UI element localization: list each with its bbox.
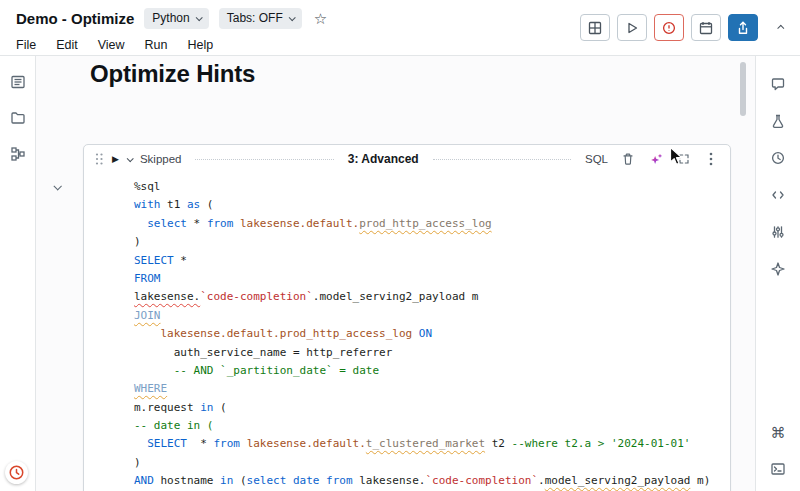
chevron-up-icon <box>777 25 784 32</box>
header-actions <box>580 0 800 55</box>
favorite-star-icon[interactable]: ☆ <box>314 11 327 26</box>
code-line[interactable]: ) <box>134 454 724 472</box>
experiments-flask-icon <box>769 112 787 130</box>
cell-language-badge[interactable]: SQL <box>585 153 608 165</box>
cell-toolbar: ▶ Skipped 3: Advanced SQL <box>84 145 730 173</box>
run-all-button[interactable] <box>617 14 647 41</box>
menu-run[interactable]: Run <box>145 38 168 52</box>
calendar-icon <box>697 19 715 37</box>
variables-panel-button[interactable] <box>766 183 790 207</box>
divider <box>433 159 571 160</box>
environment-panel-button[interactable] <box>766 220 790 244</box>
session-clock-badge[interactable] <box>5 461 28 484</box>
menu-edit[interactable]: Edit <box>56 38 78 52</box>
tabs-selector-label: Tabs: OFF <box>227 11 283 25</box>
code-line[interactable]: m.request in ( <box>134 399 724 417</box>
scrollbar-thumb[interactable] <box>740 62 746 116</box>
trash-icon <box>620 151 636 167</box>
code-line[interactable]: lakesense.default.prod_http_access_log O… <box>134 325 724 343</box>
contents-icon <box>9 73 27 91</box>
menu-bar: FileEditViewRunHelp <box>16 38 327 52</box>
code-editor[interactable]: %sqlwith t1 as ( select * from lakesense… <box>84 173 730 491</box>
code-line[interactable]: -- AND `_partition_date` = date <box>134 362 724 380</box>
comments-panel-button[interactable] <box>766 72 790 96</box>
version-history-icon <box>769 149 787 167</box>
language-selector[interactable]: Python <box>144 8 208 29</box>
variables-code-icon <box>769 186 787 204</box>
assistant-sparkle-icon <box>648 151 664 167</box>
code-line[interactable]: lakesense.`code-completion`.model_servin… <box>134 288 724 306</box>
run-cell-button[interactable]: ▶ <box>112 155 119 164</box>
app-window: Demo - Optimize Python Tabs: OFF ☆ FileE… <box>0 0 800 491</box>
code-line[interactable]: SELECT * <box>134 252 724 270</box>
cell-menu-button[interactable] <box>702 149 720 169</box>
menu-view[interactable]: View <box>98 38 125 52</box>
page-title: Optimize Hints <box>90 60 755 88</box>
chevron-down-icon <box>288 14 295 21</box>
shortcuts-command-icon: ⌘ <box>771 425 786 440</box>
mouse-cursor <box>669 146 684 167</box>
assistant-panel-button[interactable] <box>766 257 790 281</box>
delete-cell-button[interactable] <box>618 149 638 169</box>
menu-file[interactable]: File <box>16 38 36 52</box>
version-history-panel-button[interactable] <box>766 146 790 170</box>
code-line[interactable]: select * from lakesense.default.prod_htt… <box>134 215 724 233</box>
code-line[interactable]: %sql <box>134 178 724 196</box>
layout-grid-button[interactable] <box>580 14 610 41</box>
environment-sliders-icon <box>769 223 787 241</box>
drag-handle-icon[interactable] <box>94 152 104 166</box>
folder-icon <box>9 109 27 127</box>
clock-icon <box>8 464 25 481</box>
notebook-canvas: Optimize Hints ▶ <box>36 56 755 491</box>
language-selector-label: Python <box>152 11 189 25</box>
workflows-icon <box>9 145 27 163</box>
chevron-down-icon <box>53 182 61 190</box>
terminal-button[interactable] <box>766 457 790 481</box>
code-line[interactable]: WHERE <box>134 380 724 398</box>
cell-title[interactable]: 3: Advanced <box>348 152 419 166</box>
code-line[interactable]: ) <box>134 233 724 251</box>
code-line[interactable]: with t1 as ( <box>134 196 724 214</box>
workflows-panel-button[interactable] <box>6 142 30 166</box>
code-line[interactable]: -- date in ( <box>134 417 724 435</box>
schedule-button[interactable] <box>691 14 721 41</box>
assistant-button[interactable] <box>646 149 666 169</box>
code-line[interactable]: auth_service_name = http_referrer <box>134 344 724 362</box>
cell-collapse-button[interactable] <box>54 176 60 194</box>
code-line[interactable]: SELECT * from lakesense.default.t_cluste… <box>134 435 724 453</box>
code-line[interactable]: AND hostname in (select date from lakese… <box>134 472 724 490</box>
divider <box>195 159 333 160</box>
menu-help[interactable]: Help <box>188 38 214 52</box>
interrupt-button[interactable] <box>654 14 684 41</box>
chevron-down-icon <box>195 14 202 21</box>
layout-grid-icon <box>586 19 604 37</box>
notebook-title: Demo - Optimize <box>16 10 134 27</box>
shortcuts-button[interactable]: ⌘ <box>766 420 790 444</box>
notebook-scrollbar[interactable] <box>740 62 746 485</box>
tabs-selector[interactable]: Tabs: OFF <box>219 8 302 29</box>
interrupt-icon <box>660 19 678 37</box>
share-icon <box>734 19 752 37</box>
experiments-panel-button[interactable] <box>766 109 790 133</box>
folder-panel-button[interactable] <box>6 106 30 130</box>
contents-panel-button[interactable] <box>6 70 30 94</box>
top-bar: Demo - Optimize Python Tabs: OFF ☆ FileE… <box>0 0 800 56</box>
play-icon <box>623 19 641 37</box>
left-sidebar <box>0 56 36 491</box>
terminal-icon <box>769 460 787 478</box>
share-button[interactable] <box>728 14 758 41</box>
code-line[interactable]: FROM <box>134 270 724 288</box>
cell-row: ▶ Skipped 3: Advanced SQL <box>36 144 741 491</box>
collapse-header-button[interactable] <box>775 21 788 34</box>
comments-icon <box>769 75 787 93</box>
cell-status: Skipped <box>140 153 182 165</box>
kebab-menu-icon <box>704 151 718 167</box>
code-line[interactable]: JOIN <box>134 307 724 325</box>
assistant-spark-icon <box>769 260 787 278</box>
notebook-cell: ▶ Skipped 3: Advanced SQL <box>83 144 731 491</box>
right-sidebar: ⌘ <box>755 56 800 491</box>
run-options-chevron-icon[interactable] <box>127 155 134 162</box>
